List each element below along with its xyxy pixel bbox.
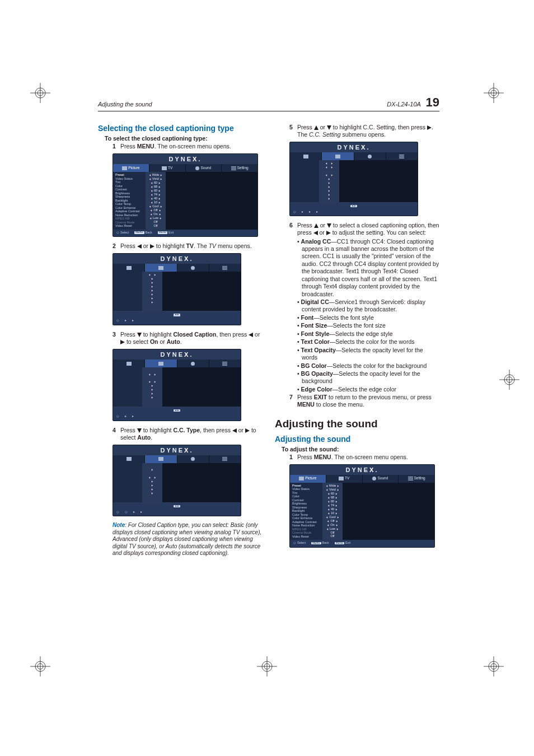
osd-tab-picture: Picture <box>113 164 149 172</box>
svg-marker-34 <box>427 125 432 130</box>
svg-marker-38 <box>326 231 331 235</box>
svg-marker-31 <box>245 428 250 433</box>
reg-mark-side <box>498 368 521 391</box>
reg-mark <box>483 655 505 678</box>
running-head-left: Adjusting the sound <box>98 101 152 108</box>
reg-mark <box>256 655 278 678</box>
svg-marker-29 <box>137 428 142 433</box>
note-cc-type: Note: For Closed Caption type, you can s… <box>113 522 263 557</box>
reg-mark <box>483 82 505 104</box>
section-title-sound: Adjusting the sound <box>275 418 439 430</box>
svg-marker-32 <box>314 125 318 130</box>
svg-marker-25 <box>150 244 154 249</box>
svg-marker-27 <box>249 333 253 337</box>
svg-marker-26 <box>137 333 142 337</box>
up-arrow-icon <box>314 125 318 130</box>
svg-marker-24 <box>137 244 142 249</box>
step-5: 5 Press or to highlight C.C. Setting, th… <box>289 124 439 138</box>
osd-screenshot-picture-menu-2: DYNEX. Picture TV Sound Setting Preset V… <box>289 464 435 548</box>
osd-tab-tv: TV <box>149 164 186 172</box>
right-arrow-icon <box>326 231 331 235</box>
reg-mark <box>29 655 51 678</box>
cc-option-list: Analog CC—CC1 through CC4: Closed captio… <box>297 238 439 394</box>
right-arrow-icon <box>245 428 250 433</box>
step-6: 6 Press or to select a closed captioning… <box>289 222 439 236</box>
osd-tab-setting: Setting <box>222 164 257 172</box>
left-arrow-icon <box>137 244 142 249</box>
left-arrow-icon <box>313 231 318 235</box>
running-head-right: DX-L24-10A 19 <box>387 95 439 110</box>
svg-marker-28 <box>120 340 125 344</box>
osd-screenshot-tv-menu: DYNEX. <box>113 253 241 325</box>
reg-mark <box>29 82 51 104</box>
right-arrow-icon <box>120 340 125 344</box>
down-arrow-icon <box>327 223 331 228</box>
right-arrow-icon <box>150 244 154 249</box>
step-3: 3 Press to highlight Closed Caption, the… <box>113 331 263 346</box>
step-1: 1 Press MENU. The on-screen menu opens. <box>113 143 263 150</box>
osd-screenshot-picture-menu: DYNEX. Picture TV Sound Setting Preset V… <box>113 153 258 237</box>
procedure-title: To select the closed captioning type: <box>105 135 263 142</box>
sound-step-1: 1 Press MENU. The on-screen menu opens. <box>289 454 439 461</box>
svg-marker-37 <box>313 231 318 235</box>
down-arrow-icon <box>137 428 142 433</box>
svg-marker-35 <box>314 223 318 228</box>
up-arrow-icon <box>314 223 318 228</box>
osd-screenshot-cc-setting: DYNEX. <box>289 142 418 216</box>
down-arrow-icon <box>137 333 142 337</box>
osd-screenshot-cc-type: DYNEX. <box>113 445 241 517</box>
section-heading: Selecting the closed captioning type <box>98 124 263 133</box>
left-arrow-icon <box>249 333 253 337</box>
subheading-sound: Adjusting the sound <box>275 435 439 444</box>
page-number: 19 <box>426 95 439 109</box>
procedure-title-sound: To adjust the sound: <box>282 446 439 452</box>
step-7: 7 Press EXIT to return to the previous m… <box>289 394 439 408</box>
osd-screenshot-closed-caption: DYNEX. <box>113 349 241 421</box>
svg-marker-30 <box>232 428 237 433</box>
down-arrow-icon <box>327 125 331 130</box>
right-arrow-icon <box>427 125 432 130</box>
model-number: DX-L24-10A <box>387 101 420 108</box>
svg-marker-33 <box>327 125 331 130</box>
left-arrow-icon <box>232 428 237 433</box>
running-head: Adjusting the sound DX-L24-10A 19 <box>98 95 439 111</box>
osd-tab-sound: Sound <box>186 164 222 172</box>
right-column: 5 Press or to highlight C.C. Setting, th… <box>275 124 439 563</box>
step-2: 2 Press or to highlight TV. The TV menu … <box>113 242 263 250</box>
left-column: Selecting the closed captioning type To … <box>98 124 263 563</box>
svg-marker-36 <box>327 223 331 228</box>
step-4: 4 Press to highlight C.C. Type, then pre… <box>113 427 263 441</box>
